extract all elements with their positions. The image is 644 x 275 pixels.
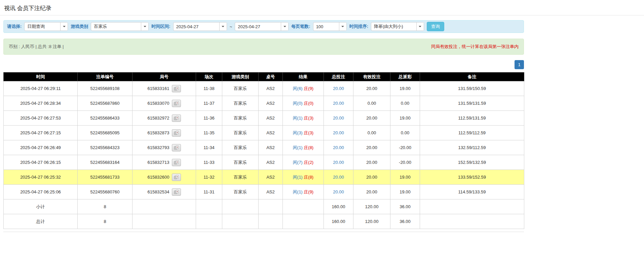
subtotal-total-bet: 160.00 xyxy=(324,199,353,214)
cell-time: 2025-04-27 06:25:32 xyxy=(4,170,78,185)
cell-table-no: AS2 xyxy=(259,155,283,170)
round-video-button[interactable] xyxy=(172,159,181,166)
page-size-caret-button[interactable] xyxy=(339,22,346,31)
subtotal-row: 小计 8 160.00 120.00 36.00 xyxy=(4,199,524,214)
cell-time: 2025-04-27 06:27:53 xyxy=(4,111,78,126)
total-bet-link[interactable]: 20.00 xyxy=(333,160,344,165)
round-video-button[interactable] xyxy=(172,114,181,122)
cell-table-no: AS2 xyxy=(259,170,283,185)
total-bet-link[interactable]: 20.00 xyxy=(333,101,344,106)
cell-total-bet: 20.00 xyxy=(324,170,353,185)
cell-valid-bet: 20.00 xyxy=(353,185,390,199)
cell-payout: 19.00 xyxy=(390,185,420,199)
cell-session: 11-32 xyxy=(196,170,222,185)
cell-remark: 131.59/131.59 xyxy=(420,96,524,111)
total-bet-link[interactable]: 20.00 xyxy=(333,145,344,150)
col-header-time: 时间 xyxy=(4,73,78,81)
cell-remark: 133.59/152.59 xyxy=(420,170,524,185)
total-bet-link[interactable]: 20.00 xyxy=(333,86,344,91)
round-id-text: 615832600 xyxy=(147,175,169,180)
total-empty-cell xyxy=(132,214,196,229)
subtotal-empty-cell xyxy=(132,199,196,214)
round-video-button[interactable] xyxy=(172,100,181,107)
date-from-picker[interactable] xyxy=(173,22,227,31)
cards-icon xyxy=(174,101,179,105)
page-size-select[interactable] xyxy=(313,22,347,31)
result-banker: 庄(9) xyxy=(304,86,313,91)
cell-total-bet: 20.00 xyxy=(324,81,353,96)
col-header-payout: 总派彩 xyxy=(390,73,420,81)
round-video-button[interactable] xyxy=(172,129,181,137)
total-bet-link[interactable]: 20.00 xyxy=(333,116,344,121)
col-header-game-type: 游戏类别 xyxy=(222,73,259,81)
query-type-value: 日期查询 xyxy=(25,22,60,31)
cell-time: 2025-04-27 06:26:49 xyxy=(4,140,78,155)
cell-payout: 0.00 xyxy=(390,126,420,140)
cell-table-no: AS2 xyxy=(259,96,283,111)
cell-bet-id: 522455680760 xyxy=(78,185,132,199)
col-header-session: 场次 xyxy=(196,73,222,81)
round-id-text: 615832972 xyxy=(147,116,169,121)
cell-bet-id: 522455681733 xyxy=(78,170,132,185)
page-1-button[interactable]: 1 xyxy=(515,60,524,69)
cell-remark: 152.59/132.59 xyxy=(420,155,524,170)
result-banker: 庄(8) xyxy=(304,145,313,150)
bet-records-table: 时间 注单编号 局号 场次 游戏类别 桌号 结果 总投注 有效投注 总派彩 备注… xyxy=(3,72,524,229)
col-header-table-no: 桌号 xyxy=(259,73,283,81)
col-header-result: 结果 xyxy=(283,73,324,81)
game-type-select[interactable]: 百家乐 xyxy=(91,22,149,31)
cell-result: 闲(1) 庄(8) xyxy=(283,140,324,155)
subtotal-empty-cell xyxy=(196,199,222,214)
result-banker: 庄(9) xyxy=(304,189,313,194)
date-from-caret-button[interactable] xyxy=(219,22,227,31)
cell-time: 2025-04-27 06:29:11 xyxy=(4,81,78,96)
subtotal-payout: 36.00 xyxy=(390,199,420,214)
round-id-text: 615832713 xyxy=(147,160,169,165)
round-video-button[interactable] xyxy=(172,85,181,92)
cards-icon xyxy=(174,175,179,179)
round-video-button[interactable] xyxy=(172,174,181,181)
filter-game-type-label: 游戏类别 xyxy=(71,24,88,30)
cell-session: 11-36 xyxy=(196,111,222,126)
search-button[interactable]: 查询 xyxy=(427,22,444,31)
col-header-valid-bet: 有效投注 xyxy=(353,73,390,81)
query-type-caret-button[interactable] xyxy=(60,22,68,31)
query-type-select[interactable]: 日期查询 xyxy=(24,22,68,31)
game-type-caret-button[interactable] xyxy=(141,22,148,31)
cell-bet-id: 522455687860 xyxy=(78,96,132,111)
filter-select-label: 请选择: xyxy=(7,24,22,30)
cell-session: 11-33 xyxy=(196,155,222,170)
sort-order-caret-button[interactable] xyxy=(416,22,424,31)
total-bet-link[interactable]: 20.00 xyxy=(333,175,344,180)
date-to-input[interactable] xyxy=(235,22,281,31)
col-header-round-id: 局号 xyxy=(132,73,196,81)
date-from-input[interactable] xyxy=(174,22,219,31)
round-id-text: 615832534 xyxy=(147,189,169,194)
total-row: 总计 8 160.00 120.00 36.00 xyxy=(4,214,524,229)
cell-remark: 131.59/150.59 xyxy=(420,81,524,96)
table-row: 2025-04-27 06:27:15522455685095615832873… xyxy=(4,126,524,140)
total-empty-cell xyxy=(222,214,259,229)
table-row: 2025-04-27 06:29:11522455689108615833161… xyxy=(4,81,524,96)
filter-sort-label: 时间排序: xyxy=(349,24,368,30)
cards-icon xyxy=(174,145,179,150)
page-size-input[interactable] xyxy=(313,22,339,31)
cell-table-no: AS2 xyxy=(259,126,283,140)
round-video-button[interactable] xyxy=(172,144,181,151)
chevron-down-icon xyxy=(283,26,286,27)
summary-bar: 币别 : 人民币 | 总共 :8 注单 | 同局有效投注，统一计算在该局第一张注… xyxy=(3,39,524,55)
total-bet-link[interactable]: 20.00 xyxy=(333,189,344,194)
cell-payout: 0.00 xyxy=(390,96,420,111)
date-to-caret-button[interactable] xyxy=(281,22,288,31)
cell-round-id: 615833070 xyxy=(132,96,196,111)
round-video-button[interactable] xyxy=(172,188,181,196)
sort-order-select[interactable]: 降幂(由大到小) xyxy=(371,22,424,31)
date-range-separator: ~ xyxy=(230,24,232,29)
chevron-down-icon xyxy=(419,26,421,27)
cards-icon xyxy=(174,160,179,165)
total-bet-link[interactable]: 20.00 xyxy=(333,130,344,135)
cell-game-type: 百家乐 xyxy=(222,111,259,126)
date-to-picker[interactable] xyxy=(235,22,289,31)
cell-result: 闲(0) 庄(0) xyxy=(283,96,324,111)
result-banker: 庄(8) xyxy=(304,175,313,180)
